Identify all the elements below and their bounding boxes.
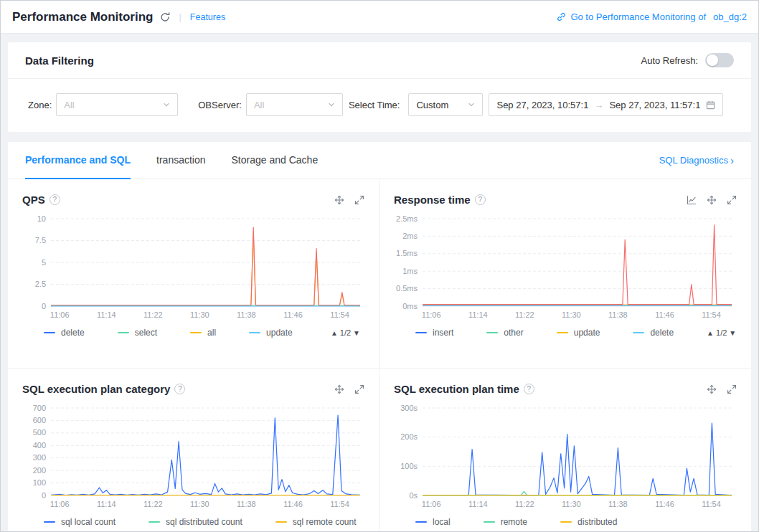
svg-text:11:46: 11:46 bbox=[655, 500, 674, 508]
legend-item[interactable]: all bbox=[190, 328, 216, 338]
legend-label: local bbox=[433, 517, 451, 527]
help-icon[interactable]: ? bbox=[174, 384, 185, 394]
pan-icon[interactable] bbox=[334, 195, 344, 205]
tabs-bar: Performance and SQL transaction Storage … bbox=[8, 142, 751, 179]
chart-plot[interactable]: 010020030040050060070011:0611:1411:2211:… bbox=[22, 404, 364, 514]
svg-text:11:54: 11:54 bbox=[330, 310, 349, 319]
filter-row: Zone: All OBServer: All Select Time: Cus… bbox=[8, 79, 751, 132]
refresh-icon[interactable] bbox=[160, 12, 170, 22]
chart-title: Response time bbox=[394, 194, 471, 206]
help-icon[interactable]: ? bbox=[524, 384, 534, 394]
calendar-icon bbox=[706, 100, 715, 110]
legend-item[interactable]: sql remote count bbox=[275, 517, 357, 527]
svg-text:11:14: 11:14 bbox=[97, 310, 116, 319]
observer-select-value: All bbox=[254, 100, 264, 110]
chart-title: SQL execution plan category bbox=[22, 383, 170, 395]
legend-marker bbox=[415, 521, 427, 523]
fullscreen-icon[interactable] bbox=[727, 384, 737, 394]
auto-refresh-label: Auto Refresh: bbox=[641, 55, 699, 66]
range-start-value: Sep 27, 2023, 10:57:1 bbox=[496, 100, 588, 110]
chart-canvas[interactable]: 0s100s200s300s11:0611:1411:2211:3011:381… bbox=[394, 404, 737, 511]
chart-plot[interactable]: 0ms0.5ms1ms1.5ms2ms2.5ms11:0611:1411:221… bbox=[394, 214, 737, 325]
features-link[interactable]: Features bbox=[190, 12, 225, 22]
svg-text:11:14: 11:14 bbox=[468, 500, 488, 508]
chart-panel-qps: QPS ? 02.557.51011:0611:1411:2211:3011:3… bbox=[8, 179, 380, 369]
zone-select[interactable]: All bbox=[56, 93, 178, 116]
range-end-value: Sep 27, 2023, 11:57:1 bbox=[609, 100, 700, 110]
fullscreen-icon[interactable] bbox=[354, 195, 364, 205]
auto-refresh-control: Auto Refresh: bbox=[641, 53, 735, 67]
chart-canvas[interactable]: 02.557.51011:0611:1411:2211:3011:3811:46… bbox=[22, 214, 366, 322]
legend-item[interactable]: remote bbox=[484, 517, 527, 527]
goto-performance-link[interactable]: Go to Performance Monitoring of ob_dg:2 bbox=[557, 11, 747, 22]
chart-panel-sql-plan-category: SQL execution plan category ? 0100200300… bbox=[8, 369, 380, 531]
auto-refresh-toggle[interactable] bbox=[705, 53, 734, 67]
legend-item[interactable]: delete bbox=[44, 328, 85, 338]
tab-performance-and-sql[interactable]: Performance and SQL bbox=[25, 142, 131, 179]
svg-text:0ms: 0ms bbox=[402, 302, 418, 310]
time-mode-select[interactable]: Custom bbox=[408, 93, 483, 116]
pan-icon[interactable] bbox=[707, 195, 717, 205]
fullscreen-icon[interactable] bbox=[354, 384, 364, 394]
time-mode-value: Custom bbox=[416, 100, 448, 110]
legend-page-down-icon[interactable]: ▼ bbox=[729, 329, 736, 337]
svg-text:11:54: 11:54 bbox=[330, 500, 349, 508]
legend-item[interactable]: update bbox=[557, 328, 600, 338]
fullscreen-icon[interactable] bbox=[727, 195, 737, 205]
legend-item[interactable]: select bbox=[118, 328, 157, 338]
chart-legend: deleteselectallupdate▲1/2▼ bbox=[44, 328, 364, 338]
chevron-down-icon bbox=[163, 101, 170, 108]
svg-text:11:06: 11:06 bbox=[422, 500, 441, 508]
legend-item[interactable]: distributed bbox=[560, 517, 617, 527]
chart-title: SQL execution plan time bbox=[394, 383, 519, 395]
pan-icon[interactable] bbox=[334, 384, 344, 394]
chart-plot[interactable]: 02.557.51011:0611:1411:2211:3011:3811:46… bbox=[22, 214, 364, 325]
chart-type-icon[interactable] bbox=[687, 195, 697, 205]
tab-storage-and-cache[interactable]: Storage and Cache bbox=[232, 142, 319, 179]
legend-page-up-icon[interactable]: ▲ bbox=[331, 329, 338, 337]
svg-text:11:14: 11:14 bbox=[97, 500, 116, 508]
legend-label: select bbox=[135, 328, 157, 338]
legend-page-down-icon[interactable]: ▼ bbox=[353, 329, 360, 337]
legend-item[interactable]: update bbox=[249, 328, 293, 338]
zone-label: Zone: bbox=[28, 100, 52, 110]
svg-text:11:22: 11:22 bbox=[143, 310, 163, 319]
legend-marker bbox=[486, 332, 498, 333]
legend-item[interactable]: delete bbox=[633, 328, 674, 338]
svg-text:11:54: 11:54 bbox=[702, 500, 721, 508]
goto-link-target: ob_dg:2 bbox=[713, 11, 747, 22]
pan-icon[interactable] bbox=[707, 384, 717, 394]
legend-pagination: ▲1/2▼ bbox=[331, 328, 360, 337]
legend-marker bbox=[560, 521, 572, 523]
svg-text:11:30: 11:30 bbox=[562, 310, 581, 319]
legend-item[interactable]: sql local count bbox=[44, 517, 116, 527]
tab-transaction[interactable]: transaction bbox=[156, 142, 205, 179]
sql-diagnostics-link[interactable]: SQL Diagnostics › bbox=[659, 155, 734, 166]
svg-text:11:38: 11:38 bbox=[237, 310, 256, 319]
help-icon[interactable]: ? bbox=[475, 194, 486, 205]
data-filtering-title: Data Filtering bbox=[25, 54, 94, 67]
legend-item[interactable]: sql distributed count bbox=[148, 517, 242, 527]
observer-select[interactable]: All bbox=[246, 93, 343, 116]
svg-text:0: 0 bbox=[42, 491, 46, 500]
chart-canvas[interactable]: 010020030040050060070011:0611:1411:2211:… bbox=[22, 404, 366, 511]
svg-text:600: 600 bbox=[33, 416, 46, 424]
legend-item[interactable]: insert bbox=[415, 328, 453, 338]
help-icon[interactable]: ? bbox=[50, 194, 60, 205]
data-filtering-header: Data Filtering Auto Refresh: bbox=[8, 42, 751, 79]
select-time-label: Select Time: bbox=[349, 100, 400, 110]
legend-item[interactable]: other bbox=[486, 328, 523, 338]
svg-text:2.5ms: 2.5ms bbox=[396, 214, 418, 223]
legend-page-up-icon[interactable]: ▲ bbox=[707, 329, 714, 337]
chart-plot[interactable]: 0s100s200s300s11:0611:1411:2211:3011:381… bbox=[394, 404, 737, 514]
chart-canvas[interactable]: 0ms0.5ms1ms1.5ms2ms2.5ms11:0611:1411:221… bbox=[394, 214, 737, 322]
title-divider: | bbox=[179, 11, 181, 22]
legend-item[interactable]: local bbox=[415, 517, 451, 527]
svg-text:1ms: 1ms bbox=[402, 267, 418, 275]
time-range-picker[interactable]: Sep 27, 2023, 10:57:1 → Sep 27, 2023, 11… bbox=[489, 93, 723, 116]
chart-toolbar bbox=[707, 384, 737, 394]
svg-text:7.5: 7.5 bbox=[35, 236, 46, 244]
svg-text:0: 0 bbox=[42, 302, 46, 310]
legend-marker bbox=[633, 332, 644, 333]
performance-monitoring-page: Performance Monitoring | Features Go to … bbox=[0, 0, 759, 532]
